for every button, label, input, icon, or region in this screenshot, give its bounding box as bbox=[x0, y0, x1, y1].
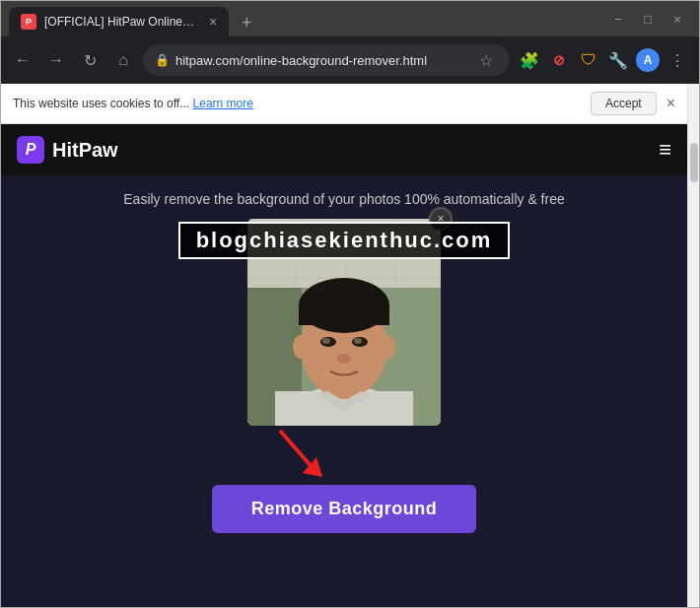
scrollbar-thumb[interactable] bbox=[690, 143, 698, 182]
logo-letter: P bbox=[26, 141, 36, 159]
tab-close-button[interactable]: × bbox=[209, 14, 217, 30]
browser-content-wrapper: This website uses cookies to off... Lear… bbox=[1, 84, 699, 607]
toolbar-icons: 🧩 ⊘ 🛡 🔧 A ⋮ bbox=[516, 46, 691, 74]
active-tab[interactable]: P [OFFICIAL] HitPaw Online Backgr... × bbox=[9, 7, 229, 36]
bookmark-icon[interactable]: ☆ bbox=[474, 48, 498, 72]
cookie-banner: This website uses cookies to off... Lear… bbox=[1, 84, 687, 124]
uploaded-photo bbox=[247, 219, 441, 426]
title-bar: P [OFFICIAL] HitPaw Online Backgr... × +… bbox=[1, 1, 699, 36]
menu-dots-icon[interactable]: ⋮ bbox=[664, 46, 691, 74]
url-bar[interactable]: 🔒 hitpaw.com/online-background-remover.h… bbox=[143, 44, 510, 76]
hitpaw-logo-text: HitPaw bbox=[52, 139, 118, 162]
hitpaw-logo: P HitPaw bbox=[17, 136, 118, 164]
svg-point-20 bbox=[337, 354, 351, 364]
cookie-close-button[interactable]: × bbox=[666, 95, 675, 112]
address-bar: ← → ↻ ⌂ 🔒 hitpaw.com/online-background-r… bbox=[1, 36, 699, 84]
arrow-container bbox=[236, 426, 453, 485]
svg-rect-15 bbox=[299, 305, 389, 325]
cookie-message: This website uses cookies to off... bbox=[13, 97, 189, 110]
accept-button[interactable]: Accept bbox=[591, 92, 657, 115]
adblock-icon[interactable]: ⊘ bbox=[545, 46, 573, 74]
profile-avatar[interactable]: A bbox=[634, 46, 662, 74]
photo-svg bbox=[247, 219, 441, 426]
svg-point-18 bbox=[322, 338, 330, 344]
learn-more-link[interactable]: Learn more bbox=[193, 97, 253, 110]
minimize-button[interactable]: − bbox=[604, 5, 632, 33]
shield-icon[interactable]: 🛡 bbox=[575, 46, 602, 74]
maximize-button[interactable]: □ bbox=[634, 5, 662, 33]
svg-line-23 bbox=[280, 431, 315, 470]
lock-icon: 🔒 bbox=[155, 53, 170, 67]
close-image-button[interactable]: × bbox=[429, 207, 453, 231]
remove-background-button[interactable]: Remove Background bbox=[212, 485, 477, 533]
svg-point-19 bbox=[354, 338, 362, 344]
tab-area: P [OFFICIAL] HitPaw Online Backgr... × + bbox=[1, 1, 260, 36]
close-window-button[interactable]: × bbox=[664, 5, 691, 33]
hamburger-menu[interactable]: ≡ bbox=[659, 137, 671, 163]
cookie-text: This website uses cookies to off... Lear… bbox=[13, 97, 585, 110]
home-button[interactable]: ⌂ bbox=[109, 46, 137, 74]
puzzle-icon[interactable]: 🔧 bbox=[604, 46, 632, 74]
window-controls: − □ × bbox=[604, 5, 699, 33]
red-arrow bbox=[265, 426, 344, 484]
tab-title: [OFFICIAL] HitPaw Online Backgr... bbox=[44, 15, 197, 29]
url-actions: ☆ bbox=[474, 48, 498, 72]
tab-favicon: P bbox=[21, 14, 36, 30]
back-button[interactable]: ← bbox=[9, 46, 36, 74]
hitpaw-navbar: P HitPaw ≡ bbox=[1, 124, 687, 175]
content-area: This website uses cookies to off... Lear… bbox=[1, 84, 687, 607]
scrollbar-track[interactable] bbox=[687, 84, 699, 607]
forward-button[interactable]: → bbox=[42, 46, 70, 74]
avatar: A bbox=[636, 48, 660, 72]
extensions-icon[interactable]: 🧩 bbox=[516, 46, 543, 74]
uploaded-image-container: × bbox=[247, 219, 441, 426]
new-tab-button[interactable]: + bbox=[233, 9, 260, 36]
url-text: hitpaw.com/online-background-remover.htm… bbox=[175, 53, 468, 68]
tagline-text: Easily remove the background of your pho… bbox=[123, 191, 564, 207]
svg-point-21 bbox=[293, 335, 309, 359]
refresh-button[interactable]: ↻ bbox=[76, 46, 104, 74]
hitpaw-logo-icon: P bbox=[17, 136, 44, 164]
webpage: P HitPaw ≡ Easily remove the background … bbox=[1, 124, 687, 607]
hitpaw-main-content: Easily remove the background of your pho… bbox=[1, 175, 687, 607]
svg-point-22 bbox=[380, 335, 395, 359]
